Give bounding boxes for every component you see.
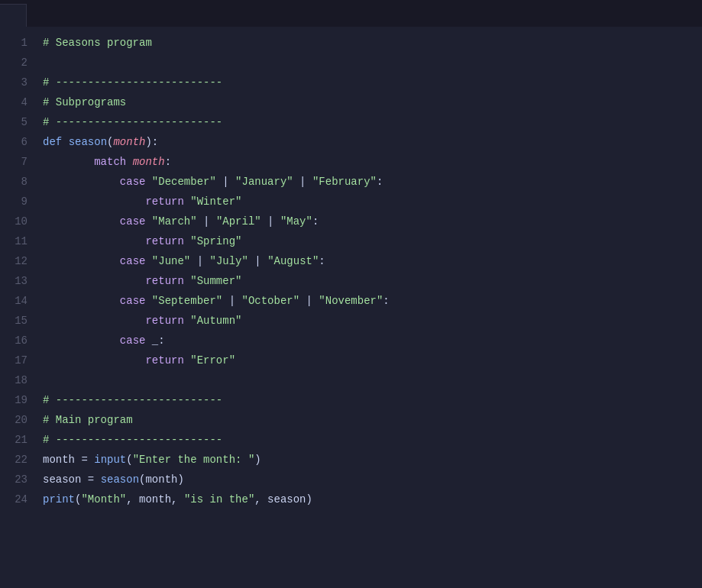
code-line: # Seasons program: [43, 33, 702, 53]
code-line: case "September" | "October" | "November…: [43, 291, 702, 311]
code-line: # --------------------------: [43, 390, 702, 410]
file-tab[interactable]: [0, 4, 27, 27]
code-line: [43, 370, 702, 390]
code-line: print("Month", month, "is in the", seaso…: [43, 489, 702, 509]
code-line: case "June" | "July" | "August":: [43, 251, 702, 271]
code-line: def season(month):: [43, 132, 702, 152]
code-line: # --------------------------: [43, 430, 702, 450]
code-line: # Main program: [43, 410, 702, 430]
code-line: return "Summer": [43, 271, 702, 291]
code-line: # Subprograms: [43, 92, 702, 112]
editor-window: 123456789101112131415161718192021222324 …: [0, 0, 702, 588]
code-line: [43, 53, 702, 73]
code-content[interactable]: # Seasons program# ---------------------…: [37, 33, 702, 582]
code-line: case "December" | "January" | "February"…: [43, 172, 702, 192]
tab-bar: [0, 0, 702, 27]
code-line: return "Spring": [43, 231, 702, 251]
code-line: # --------------------------: [43, 73, 702, 92]
code-line: case "March" | "April" | "May":: [43, 212, 702, 231]
code-line: match month:: [43, 152, 702, 172]
code-area: 123456789101112131415161718192021222324 …: [0, 27, 702, 588]
code-line: return "Autumn": [43, 311, 702, 331]
code-line: month = input("Enter the month: "): [43, 450, 702, 470]
code-line: case _:: [43, 331, 702, 351]
code-line: # --------------------------: [43, 112, 702, 132]
code-line: return "Winter": [43, 192, 702, 212]
code-line: season = season(month): [43, 470, 702, 489]
code-line: return "Error": [43, 351, 702, 370]
line-numbers: 123456789101112131415161718192021222324: [0, 33, 37, 582]
